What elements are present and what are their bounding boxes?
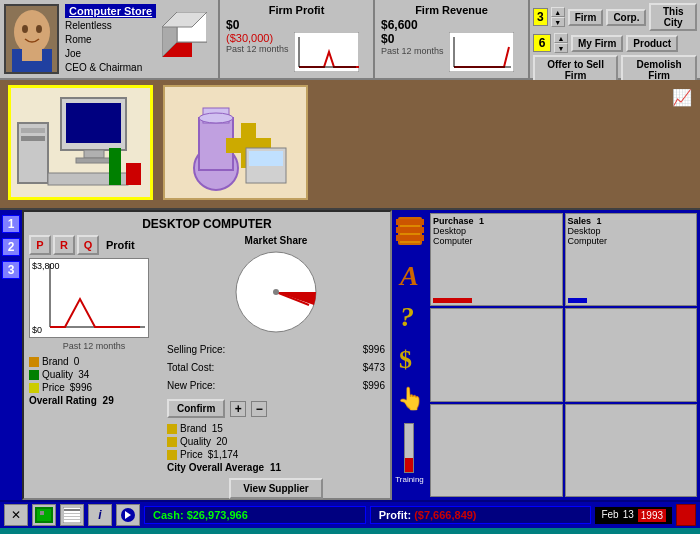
revenue-section: Firm Revenue $6,600 $0 Past 12 months: [375, 0, 530, 78]
dollar-icon[interactable]: $: [397, 342, 423, 376]
revenue-chart: [449, 32, 514, 72]
grid-cell-empty-4[interactable]: [565, 404, 698, 497]
red-status-bar: [676, 504, 696, 526]
status-icon-map[interactable]: [32, 504, 56, 526]
overall-label: Overall Rating: [29, 395, 97, 406]
sales-item2: Computer: [568, 236, 695, 246]
brand-city-val: 15: [212, 423, 223, 434]
first-name: Joe: [65, 47, 156, 60]
svg-rect-55: [64, 509, 80, 511]
overall-val: 29: [103, 395, 114, 406]
total-cost-value: $473: [363, 359, 385, 377]
svg-rect-5: [22, 49, 42, 61]
tab-q[interactable]: Q: [77, 235, 99, 255]
sidebar-num-2[interactable]: 2: [2, 238, 20, 256]
sales-num: 1: [597, 216, 602, 226]
svg-rect-20: [66, 103, 121, 143]
tab-r[interactable]: R: [53, 235, 75, 255]
price-own-val: $996: [70, 382, 92, 393]
svg-text:A: A: [398, 260, 419, 289]
profit-chart-svg: [30, 259, 150, 339]
trend-icon: 📈: [672, 88, 692, 107]
this-city-btn[interactable]: This City: [649, 3, 697, 31]
company-name-btn[interactable]: Computer Store: [65, 4, 156, 18]
my-firm-btn[interactable]: My Firm: [571, 35, 623, 52]
svg-text:👆: 👆: [397, 385, 423, 412]
date-display: Feb 13 1993: [595, 507, 672, 524]
sidebar-num-3[interactable]: 3: [2, 261, 20, 279]
arrow-up-btn-2[interactable]: ▲: [554, 33, 568, 43]
status-icon-back[interactable]: [116, 504, 140, 526]
svg-rect-27: [126, 163, 141, 185]
brand-city-label: Brand: [180, 423, 207, 434]
pie-chart-svg: [234, 250, 319, 335]
location: Rome: [65, 33, 156, 46]
purchase-sales-grid: Purchase 1 Desktop Computer Sales 1 Desk…: [427, 210, 700, 500]
profit-tab-label: Profit: [106, 239, 135, 251]
status-icon-x[interactable]: ✕: [4, 504, 28, 526]
arrow-down-btn-2[interactable]: ▼: [554, 43, 568, 53]
arrow-updown-1[interactable]: ▲ ▼: [551, 7, 565, 27]
svg-text:$: $: [399, 345, 412, 372]
pointer-icon[interactable]: 👆: [397, 384, 423, 415]
svg-rect-58: [64, 519, 80, 520]
arrow-down-btn[interactable]: ▼: [551, 17, 565, 27]
grid-cell-empty-2[interactable]: [565, 308, 698, 401]
right-section: A ? $ 👆: [392, 210, 700, 500]
plus-btn[interactable]: +: [230, 401, 246, 417]
purchase-item1: Desktop: [433, 226, 560, 236]
arrow-up-btn[interactable]: ▲: [551, 7, 565, 17]
product-btn[interactable]: Product: [626, 35, 678, 52]
total-cost-label: Total Cost:: [167, 359, 214, 377]
view-supplier-btn[interactable]: View Supplier: [229, 478, 322, 499]
status-icon-newspaper[interactable]: [60, 504, 84, 526]
main-product-panel: DESKTOP COMPUTER P R Q Profit $3,800 $0: [22, 210, 392, 500]
minus-btn[interactable]: −: [251, 401, 267, 417]
purchase-item2: Computer: [433, 236, 560, 246]
grid-cell-empty-1[interactable]: [430, 308, 563, 401]
right-info-panel: Market Share Selling Price: $996: [167, 235, 385, 499]
icons-column: A ? $ 👆: [392, 210, 427, 500]
svg-point-3: [36, 25, 42, 33]
svg-point-32: [199, 113, 233, 123]
num-badge-6: 6: [533, 34, 551, 52]
grid-cell-empty-3[interactable]: [430, 404, 563, 497]
left-sidebar: 1 2 3: [0, 210, 22, 500]
brand-own-label: Brand: [42, 356, 69, 367]
purchase-bar-red: [433, 298, 472, 303]
quality-city-val: 20: [216, 436, 227, 447]
quality-own-label: Quality: [42, 369, 73, 380]
letter-a-icon[interactable]: A: [397, 259, 423, 292]
selling-price-value: $996: [363, 341, 385, 359]
svg-rect-25: [21, 136, 45, 141]
status-icon-info[interactable]: i: [88, 504, 112, 526]
left-chart-panel: P R Q Profit $3,800 $0 Past 12 months: [29, 235, 159, 499]
corp-btn[interactable]: Corp.: [606, 9, 646, 26]
price-city-label: Price: [180, 449, 203, 460]
sales-cell-1[interactable]: Sales 1 Desktop Computer: [565, 213, 698, 306]
arrow-updown-2[interactable]: ▲ ▼: [554, 33, 568, 53]
svg-rect-45: [396, 227, 424, 233]
product-item-pharma[interactable]: [163, 85, 308, 200]
sales-item1: Desktop: [568, 226, 695, 236]
svg-text:?: ?: [400, 301, 414, 330]
books-icon[interactable]: [396, 215, 424, 251]
quality-own-val: 34: [78, 369, 89, 380]
top-bar: Computer Store Relentless Rome Joe CEO &…: [0, 0, 700, 80]
svg-rect-24: [21, 128, 45, 133]
selling-price-label: Selling Price:: [167, 341, 225, 359]
product-item-computer[interactable]: [8, 85, 153, 200]
date-year: 1993: [638, 509, 666, 522]
tab-p[interactable]: P: [29, 235, 51, 255]
city-avg-label: City Overall Average: [167, 462, 264, 473]
purchase-cell-1[interactable]: Purchase 1 Desktop Computer: [430, 213, 563, 306]
profit-title: Firm Profit: [226, 4, 367, 16]
svg-rect-53: [40, 511, 44, 515]
date-month: Feb: [601, 509, 618, 522]
profit-section: Firm Profit $0 ($30,000) Past 12 months: [220, 0, 375, 78]
confirm-btn[interactable]: Confirm: [167, 399, 225, 418]
question-icon[interactable]: ?: [397, 300, 423, 334]
sidebar-num-1[interactable]: 1: [2, 215, 20, 233]
firm-btn[interactable]: Firm: [568, 9, 604, 26]
training-area: Training: [395, 423, 424, 484]
